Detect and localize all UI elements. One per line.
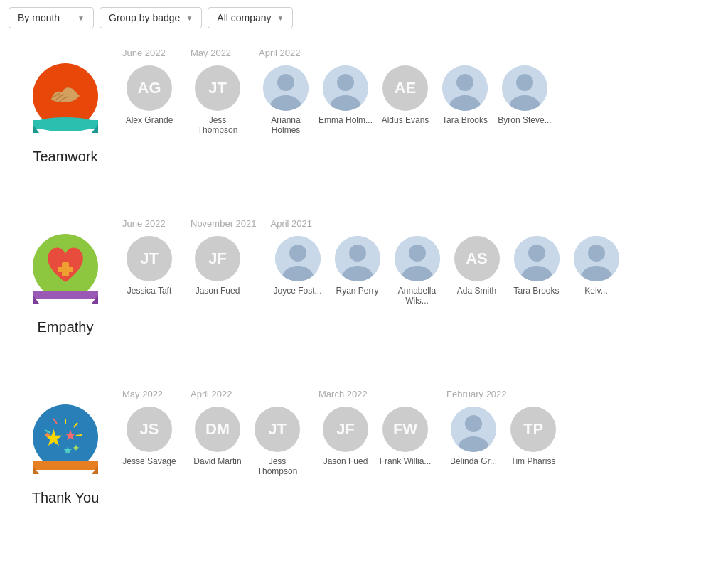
month-label: April 2021 [271,218,313,229]
avatar-item[interactable]: Emma Holm... [318,65,373,136]
svg-point-54 [465,415,482,432]
svg-point-16 [516,74,533,91]
svg-text:✦: ✦ [72,442,80,453]
avatar-item[interactable]: JF Jason Fued [191,236,245,296]
svg-rect-19 [33,291,98,299]
month-label: November 2021 [191,218,257,229]
dropdown-all-company[interactable]: All company▼ [208,7,293,28]
avatar-name: Jessica Taft [127,286,171,296]
chevron-down-icon: ▼ [277,14,284,22]
avatar-name: Jason Fued [323,456,368,466]
avatar-item[interactable]: Byron Steve... [498,65,552,136]
month-label: May 2022 [122,389,163,399]
avatar-item[interactable]: Belinda Gr... [446,407,500,466]
month-group: April 2022 DM David Martin JT Jess Thomp… [191,389,304,477]
avatars-row: DM David Martin JT Jess Thompson [191,407,304,477]
avatars-row: Arianna Holmes Emma Holm... AE Aldus Eva… [259,65,552,136]
avatar-circle [502,65,547,111]
badge-icon-empathy[interactable]: Empathy [9,218,122,335]
dropdown-group-by-badge[interactable]: Group by badge▼ [100,7,202,28]
month-group: April 2022 Arianna Holmes Emma Holm... A… [259,48,552,136]
avatar-item[interactable]: Ryan Perry [331,236,385,306]
avatar-item[interactable]: AS Ada Smith [450,236,504,306]
svg-line-50 [76,435,82,436]
avatars-row: JS Jesse Savage [122,407,176,466]
badge-icon-teamwork[interactable]: Teamwork [9,48,122,165]
avatar-item[interactable]: FW Frank Willia... [378,407,432,466]
avatar-circle [263,65,309,111]
month-group: June 2022 AG Alex Grande [122,48,176,125]
section-teamwork: TeamworkJune 2022 AG Alex GrandeMay 2022… [9,48,719,190]
svg-rect-40 [33,461,98,470]
recipients-teamwork: June 2022 AG Alex GrandeMay 2022 JT Jess… [122,48,719,136]
avatar-item[interactable]: AE Aldus Evans [378,65,432,136]
avatar-circle [323,65,368,111]
avatar-item[interactable]: JF Jason Fued [318,407,373,466]
avatar-circle [574,236,619,281]
avatar-item[interactable]: Kelv... [569,236,623,306]
chevron-down-icon: ▼ [77,14,85,22]
avatar-item[interactable]: TP Tim Phariss [506,407,560,466]
month-label: April 2022 [191,389,232,399]
month-group: February 2022 Belinda Gr... TP Tim Phari… [446,389,560,466]
avatar-name: Joyce Fost... [273,286,321,296]
svg-point-34 [528,245,545,262]
avatar-item[interactable]: Joyce Fost... [271,236,325,306]
svg-point-10 [337,74,354,91]
avatar-name: Frank Willia... [380,456,432,466]
svg-point-28 [349,245,366,262]
dropdown-by-month[interactable]: By month▼ [9,7,94,28]
avatar-item[interactable]: JT Jess Thompson [250,407,304,477]
avatar-item[interactable]: AG Alex Grande [122,65,176,125]
month-group: April 2021 Joyce Fost... Ryan Perry Anna… [271,218,623,306]
svg-point-7 [277,74,294,91]
month-group: June 2022 JT Jessica Taft [122,218,176,296]
avatar-item[interactable]: JS Jesse Savage [122,407,176,466]
avatar-circle [442,65,488,111]
avatar-name: Jesse Savage [122,456,176,466]
section-empathy: EmpathyJune 2022 JT Jessica TaftNovember… [9,218,719,360]
avatar-name: Jason Fued [196,286,240,296]
avatars-row: Belinda Gr... TP Tim Phariss [446,407,560,466]
avatar-item[interactable]: Tara Brooks [510,236,564,306]
avatar-name: Tara Brooks [442,115,488,125]
avatar-circle [275,236,321,281]
avatar-name: Kelv... [584,286,607,296]
avatar-item[interactable]: Tara Brooks [438,65,492,136]
avatar-name: Arianna Holmes [259,115,313,136]
avatar-circle [395,236,440,281]
chevron-down-icon: ▼ [186,14,193,22]
section-thank-you: ★ ★ ★ ✦ ✦ Thank YouMay 2022 JS Jesse Sav… [9,389,719,531]
avatars-row: JF Jason Fued [191,236,245,296]
recipients-thank-you: May 2022 JS Jesse SavageApril 2022 DM Da… [122,389,719,477]
month-group: May 2022 JT Jess Thompson [191,48,245,136]
filter-bar: By month▼Group by badge▼All company▼ [0,0,728,36]
avatar-circle [514,236,560,281]
avatar-item[interactable]: JT Jess Thompson [191,65,245,136]
svg-point-25 [289,245,306,262]
avatars-row: JT Jessica Taft [122,236,176,296]
svg-point-37 [588,245,605,262]
avatar-item[interactable]: Annabella Wils... [390,236,444,306]
avatar-item[interactable]: JT Jessica Taft [122,236,176,296]
avatar-name: Annabella Wils... [390,286,444,306]
month-group: May 2022 JS Jesse Savage [122,389,176,466]
badge-label-thank-you: Thank You [32,490,100,506]
avatar-name: Aldus Evans [382,115,429,125]
avatar-item[interactable]: Arianna Holmes [259,65,313,136]
month-label: April 2022 [259,48,301,58]
avatar-name: Ada Smith [457,286,496,296]
month-group: November 2021 JF Jason Fued [191,218,257,296]
avatar-item[interactable]: DM David Martin [191,407,245,477]
avatars-row: AG Alex Grande [122,65,176,125]
recipients-empathy: June 2022 JT Jessica TaftNovember 2021 J… [122,218,719,306]
main-content: TeamworkJune 2022 AG Alex GrandeMay 2022… [0,36,728,571]
avatars-row: JF Jason Fued FW Frank Willia... [318,407,432,466]
svg-text:★: ★ [64,427,77,443]
badge-icon-thank-you[interactable]: ★ ★ ★ ✦ ✦ Thank You [9,389,122,506]
svg-point-13 [456,74,473,91]
month-group: March 2022 JF Jason Fued FW Frank Willia… [318,389,432,466]
svg-point-31 [409,245,426,262]
avatars-row: Joyce Fost... Ryan Perry Annabella Wils.… [271,236,623,306]
avatars-row: JT Jess Thompson [191,65,245,136]
